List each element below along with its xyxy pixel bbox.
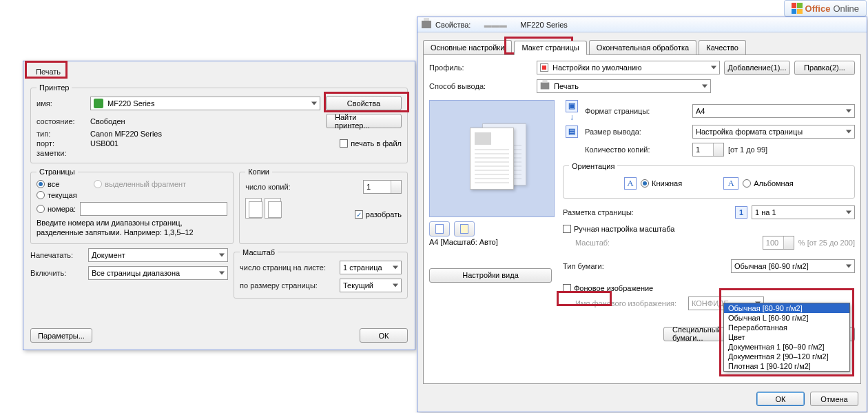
include-select[interactable]: Все страницы диапазона	[88, 266, 228, 280]
print-ok-button[interactable]: ОК	[360, 328, 408, 343]
printer-type-label: тип:	[37, 130, 85, 138]
paper-type-dropdown[interactable]: Обычная [60-90 г/м2] Обычная L [60-90 г/…	[723, 303, 850, 372]
view-settings-button[interactable]: Настройки вида	[429, 268, 552, 283]
properties-ok-button[interactable]: ОК	[756, 392, 805, 406]
background-image-checkbox[interactable]: Фоновое изображение	[563, 284, 653, 292]
collate-preview-icon	[245, 198, 281, 219]
paper-option-3[interactable]: Цвет	[724, 332, 849, 342]
include-label: Включить:	[30, 269, 84, 277]
properties-title-prefix: Свойства:	[435, 21, 471, 29]
printer-status-icon	[94, 99, 103, 108]
paper-option-4[interactable]: Документная 1 [60–90 г/м2]	[724, 342, 849, 352]
preview-mode-note-button[interactable]	[454, 221, 475, 236]
output-label: Способ вывода:	[429, 82, 533, 90]
manual-scale-checkbox[interactable]: Ручная настройка масштаба	[563, 225, 674, 233]
pages-numbers-input[interactable]	[80, 202, 227, 216]
profile-select[interactable]: Настройки по умолчанию	[537, 61, 720, 74]
copies-legend: Копии	[245, 168, 272, 176]
paper-option-5[interactable]: Документная 2 [90–120 г/м2]	[724, 352, 849, 361]
properties-title-redacted: ▬▬▬	[475, 21, 516, 29]
outsize-select[interactable]: Настройка формата страницы	[692, 125, 855, 139]
paper-option-2[interactable]: Переработанная	[724, 323, 849, 332]
printer-name-value: MF220 Series	[107, 99, 154, 108]
output-select[interactable]: Печать	[537, 79, 711, 93]
tab-layout[interactable]: Макет страницы	[514, 41, 586, 55]
printer-port-label: порт:	[37, 139, 85, 148]
arrow-down-icon: ↓	[570, 112, 574, 122]
print-to-file-checkbox[interactable]: печать в файл	[340, 139, 402, 148]
printer-small-icon	[541, 83, 550, 90]
preview-caption: A4 [Масштаб: Авто]	[429, 238, 555, 246]
pages-legend: Страницы	[37, 168, 78, 176]
portrait-radio[interactable]: Книжная	[641, 179, 682, 188]
orientation-group: Ориентация A Книжная A Альбомная	[563, 162, 855, 199]
paper-option-0[interactable]: Обычная [60-90 г/м2]	[724, 303, 849, 313]
find-printer-button[interactable]: Найти принтер...	[326, 114, 402, 128]
paper-option-6[interactable]: Плотная 1 [90-120 г/м2]	[724, 361, 849, 371]
pages-current-radio[interactable]: текущая	[37, 191, 77, 199]
printwhat-label: Напечатать:	[30, 251, 84, 259]
pages-selection-radio: выделенный фрагмент	[94, 180, 186, 188]
fit-select[interactable]: Текущий	[340, 279, 402, 292]
office-logo-icon	[792, 3, 803, 14]
office-brand: Office	[805, 3, 831, 14]
copies-count-label: Количество копий:	[585, 145, 688, 154]
printer-name-select[interactable]: MF220 Series	[90, 97, 320, 110]
note-icon	[460, 224, 468, 234]
scale-range-label: % [от 25 до 200]	[798, 239, 855, 247]
edit-profile-button[interactable]: Правка(2)...	[794, 61, 855, 75]
pagesize-label: Формат страницы:	[585, 107, 688, 115]
printwhat-select[interactable]: Документ	[88, 248, 228, 262]
copies-range-label: [от 1 до 99]	[728, 145, 767, 154]
properties-button[interactable]: Свойства	[326, 96, 402, 110]
print-dialog-title: Печать	[29, 66, 68, 78]
properties-titlebar: Свойства: ▬▬▬ MF220 Series	[417, 17, 867, 32]
pagesize-icon: ▣	[566, 100, 578, 112]
print-options-button[interactable]: Параметры...	[30, 328, 92, 343]
copies-count-input[interactable]: 1	[692, 143, 724, 157]
portrait-icon: A	[624, 177, 637, 190]
landscape-radio[interactable]: Альбомная	[743, 179, 794, 188]
office-online-badge[interactable]: Office Online	[784, 0, 867, 17]
page-icon	[435, 224, 444, 234]
printer-state-value: Свободен	[90, 117, 320, 125]
page-preview	[429, 100, 555, 217]
add-profile-button[interactable]: Добавление(1)...	[724, 61, 790, 75]
printer-icon	[422, 21, 431, 28]
outsize-label: Размер вывода:	[585, 128, 688, 136]
printer-legend: Принтер	[37, 83, 72, 92]
orientation-legend: Ориентация	[569, 162, 617, 170]
properties-cancel-button[interactable]: Отмена	[810, 392, 858, 406]
preview-mode-page-button[interactable]	[429, 221, 450, 236]
collate-checkbox[interactable]: разобрать	[355, 210, 402, 219]
persheet-label: число страниц на листе:	[240, 263, 335, 272]
copies-input[interactable]: 1	[363, 180, 402, 194]
scale-group: Масштаб число страниц на листе: 1 страни…	[234, 248, 408, 299]
printer-name-label: имя:	[37, 99, 85, 108]
printer-port-value: USB001	[90, 139, 334, 148]
scale-input: 100	[763, 236, 794, 250]
pagesize-select[interactable]: A4	[692, 104, 855, 118]
scale-legend: Масштаб	[240, 248, 278, 256]
fit-label: по размеру страницы:	[240, 281, 335, 290]
persheet-select[interactable]: 1 страница	[340, 261, 402, 274]
tab-main[interactable]: Основные настройки	[423, 40, 512, 54]
paper-type-select[interactable]: Обычная [60-90 г/м2]	[731, 259, 855, 273]
pages-numbers-radio[interactable]: номера:	[37, 205, 76, 213]
printer-type-value: Canon MF220 Series	[90, 130, 402, 138]
paper-type-label: Тип бумаги:	[563, 262, 684, 270]
bg-name-label: Имя фонового изображения:	[575, 299, 684, 308]
office-suffix: Online	[833, 3, 859, 14]
tab-finish[interactable]: Окончательная обработка	[589, 40, 696, 54]
page-layout-select[interactable]: 1 на 1	[752, 205, 855, 219]
paper-option-1[interactable]: Обычная L [60-90 г/м2]	[724, 313, 849, 323]
profile-label: Профиль:	[429, 63, 533, 72]
pages-group: Страницы все выделенный фрагмент текущая…	[30, 168, 234, 244]
copies-label: число копий:	[245, 183, 358, 191]
printer-state-label: состояние:	[37, 117, 85, 125]
outsize-icon: ▤	[566, 125, 578, 138]
printer-group: Принтер имя: MF220 Series Свойства состо…	[30, 83, 408, 163]
pages-all-radio[interactable]: все	[37, 180, 59, 188]
layout-1x1-icon: 1	[735, 206, 747, 219]
tab-quality[interactable]: Качество	[699, 40, 746, 54]
